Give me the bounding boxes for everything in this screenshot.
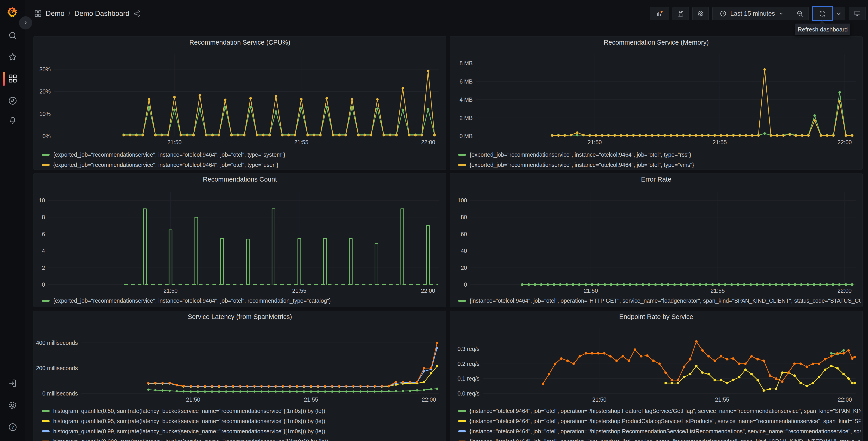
dashboard-settings-button[interactable] — [692, 7, 709, 20]
data-point — [416, 389, 418, 392]
data-point — [262, 134, 265, 137]
data-point — [658, 362, 661, 365]
data-point — [389, 134, 392, 137]
data-point — [607, 134, 610, 137]
data-point — [282, 390, 284, 393]
legend-item[interactable]: {exported_job="recommendationservice", i… — [458, 150, 861, 160]
data-point — [635, 283, 638, 286]
panel-header[interactable]: Recommendation Service (CPU%) — [34, 36, 446, 48]
y-tick-label: 40 — [461, 248, 467, 254]
legend-item[interactable]: {exported_job="recommendationservice", i… — [42, 150, 444, 160]
help-icon[interactable]: ? — [8, 422, 18, 432]
settings-icon[interactable] — [8, 400, 18, 410]
series-line — [552, 92, 852, 135]
share-icon[interactable] — [133, 10, 141, 18]
x-tick-label: 22:00 — [421, 288, 435, 294]
legend-item[interactable]: {exported_job="recommendationservice", i… — [42, 296, 444, 306]
breadcrumb-page-title[interactable]: Demo Dashboard — [74, 9, 129, 18]
data-point — [832, 134, 835, 137]
refresh-button[interactable] — [812, 7, 832, 20]
y-tick-label: 8 — [42, 214, 45, 220]
data-point — [253, 390, 256, 393]
refresh-interval-dropdown[interactable] — [832, 7, 845, 20]
data-point — [402, 109, 404, 111]
data-point — [388, 385, 390, 387]
legend-item[interactable]: {instance="otelcol:9464", job="otel", op… — [458, 437, 861, 441]
dashboards-icon[interactable] — [8, 74, 18, 84]
data-point — [764, 132, 766, 135]
legend-label: histogram_quantile(0.95, sum(rate(latenc… — [53, 418, 325, 424]
data-point — [275, 390, 277, 393]
legend-item[interactable]: {exported_job="recommendationservice", i… — [458, 160, 861, 170]
memory-chart[interactable]: 0 MB2 MB4 MB6 MB8 MB21:5021:5522:00 — [450, 48, 863, 154]
data-point — [830, 365, 833, 367]
legend-item[interactable]: histogram_quantile(0.99, sum(rate(latenc… — [42, 426, 444, 437]
x-tick-label: 21:50 — [592, 396, 607, 403]
save-dashboard-button[interactable] — [673, 7, 689, 20]
legend-item[interactable]: histogram_quantile(0.95, sum(rate(latenc… — [42, 416, 444, 426]
legend-item[interactable]: {instance="otelcol:9464", job="otel", op… — [458, 406, 861, 416]
sidebar-expand-button[interactable] — [19, 16, 32, 29]
zoom-out-button[interactable] — [791, 7, 809, 20]
star-icon[interactable] — [8, 52, 18, 62]
x-tick-label: 21:55 — [713, 139, 727, 145]
data-point — [173, 109, 176, 111]
data-point — [724, 283, 726, 286]
time-range-picker[interactable]: Last 15 minutes — [712, 7, 791, 20]
legend-item[interactable]: {instance="otelcol:9464", job="otel", op… — [458, 296, 861, 306]
sign-in-icon[interactable] — [8, 378, 18, 388]
y-tick-label: 4 — [42, 248, 45, 254]
data-point — [749, 283, 752, 286]
data-point — [427, 69, 430, 72]
endpoint-rate-chart[interactable]: 0.0 req/s0.1 req/s0.2 req/s0.3 req/s21:5… — [450, 322, 863, 406]
recommendations-count-chart[interactable]: 024681021:5021:5522:00 — [34, 186, 446, 295]
data-point — [782, 134, 785, 137]
data-point — [402, 390, 404, 392]
cpu-chart[interactable]: 0%10%20%30%21:5021:5522:00 — [34, 48, 446, 154]
data-point — [705, 283, 708, 286]
data-point — [632, 134, 635, 137]
data-point — [363, 134, 366, 137]
data-point — [726, 382, 728, 384]
panel-header[interactable]: Endpoint Rate by Service — [450, 311, 862, 323]
data-point — [854, 356, 856, 358]
panel-header[interactable]: Recommendations Count — [34, 173, 446, 185]
legend-label: {exported_job="recommendationservice", i… — [53, 161, 278, 168]
panel-header[interactable]: Service Latency (from SpanMetrics) — [34, 311, 446, 323]
legend-item[interactable]: {instance="otelcol:9464", job="otel", op… — [458, 416, 861, 426]
panel-header[interactable]: Recommendation Service (Memory) — [450, 36, 862, 48]
data-point — [720, 134, 722, 137]
add-panel-button[interactable] — [650, 7, 669, 20]
error-rate-chart[interactable]: 02040608010021:5021:5522:00 — [450, 186, 863, 295]
data-point — [591, 283, 593, 286]
kiosk-mode-button[interactable] — [849, 7, 866, 20]
data-point — [154, 389, 157, 391]
search-icon[interactable] — [8, 31, 18, 40]
data-point — [224, 98, 226, 101]
y-tick-label: 0.2 req/s — [458, 361, 479, 367]
data-point — [806, 365, 808, 368]
legend-item[interactable]: histogram_quantile(0.999, sum(rate(laten… — [42, 437, 444, 441]
data-point — [806, 385, 808, 387]
legend-item[interactable]: {exported_job="recommendationservice", i… — [42, 160, 444, 170]
legend-item[interactable]: {instance="otelcol:9464", job="otel", op… — [458, 426, 861, 437]
data-point — [230, 134, 233, 137]
breadcrumb-section[interactable]: Demo — [46, 9, 64, 18]
data-point — [795, 134, 797, 137]
data-point — [433, 134, 436, 137]
grafana-logo-icon[interactable] — [6, 6, 19, 19]
data-point — [667, 283, 670, 286]
data-point — [763, 359, 765, 362]
data-point — [730, 283, 733, 286]
data-point — [689, 373, 691, 375]
legend-item[interactable]: histogram_quantile(0.50, sum(rate(latenc… — [42, 406, 444, 416]
data-point — [717, 283, 720, 286]
alerting-icon[interactable] — [8, 115, 18, 125]
data-point — [554, 362, 556, 365]
service-latency-chart[interactable]: 0 milliseconds200 milliseconds400 millis… — [34, 322, 446, 406]
data-point — [381, 385, 383, 387]
data-point — [338, 385, 341, 387]
panel-header[interactable]: Error Rate — [450, 173, 862, 185]
data-point — [423, 367, 425, 369]
explore-icon[interactable] — [8, 96, 18, 106]
